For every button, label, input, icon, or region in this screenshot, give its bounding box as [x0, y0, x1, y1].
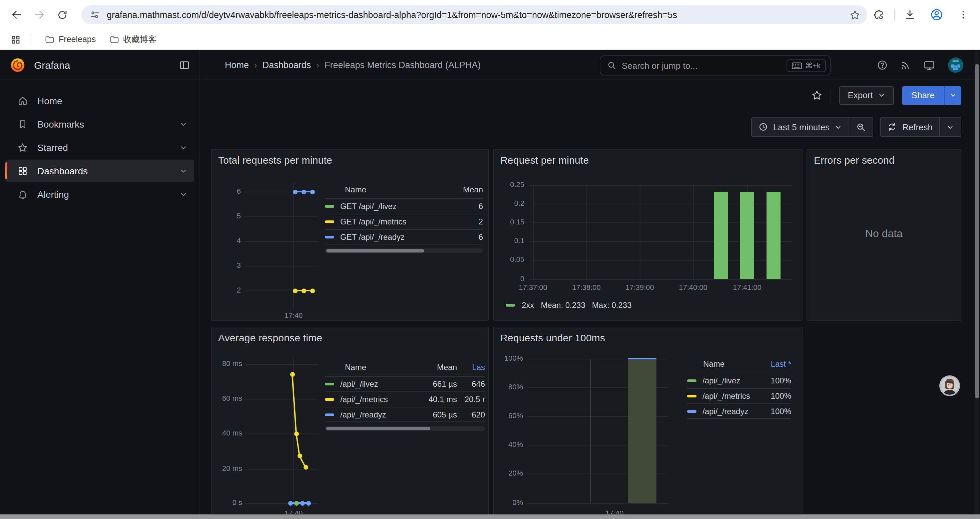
- y-axis-label: 60 ms: [215, 394, 242, 402]
- grafana-logo[interactable]: [10, 56, 26, 73]
- sidebar-item-dashboards[interactable]: Dashboards: [5, 160, 194, 182]
- y-axis-label: 0%: [498, 498, 523, 506]
- favorite-star-icon[interactable]: [811, 89, 822, 101]
- legend-row[interactable]: GET /api/_/livez 6: [325, 198, 483, 214]
- panel-requests-under-100ms[interactable]: Requests under 100ms 100%80%60%40%20%0%1…: [493, 327, 803, 519]
- gridline: [527, 503, 668, 504]
- legend-col-mean[interactable]: Mean: [418, 363, 457, 372]
- back-icon[interactable]: [5, 3, 28, 26]
- chevron-down-icon[interactable]: [180, 143, 188, 151]
- legend-inline[interactable]: 2xx Mean: 0.233 Max: 0.233: [506, 300, 632, 310]
- scrollbar-thumb[interactable]: [326, 249, 424, 252]
- user-avatar[interactable]: [947, 57, 964, 73]
- breadcrumb-dashboards[interactable]: Dashboards: [262, 60, 311, 70]
- search-placeholder: Search or jump to...: [622, 61, 786, 70]
- y-axis-label: 3: [217, 261, 241, 269]
- legend-row[interactable]: /api/_/readyz 605 µs 620: [325, 407, 485, 422]
- chevron-down-icon[interactable]: [180, 190, 188, 198]
- scrollbar-thumb[interactable]: [975, 64, 979, 398]
- page-scrollbar[interactable]: [975, 51, 979, 518]
- panel-avg-response-time[interactable]: Average response time 80 ms60 ms40 ms20 …: [211, 327, 489, 519]
- legend-header: Name Mean Las: [325, 361, 485, 376]
- y-axis-label: 4: [217, 236, 241, 244]
- panel-total-requests[interactable]: Total requests per minute 6543217:40 Nam…: [211, 149, 489, 321]
- search-input[interactable]: Search or jump to... ⌘+k: [600, 56, 830, 75]
- scrollbar-thumb[interactable]: [326, 427, 430, 430]
- legend-scrollbar[interactable]: [325, 426, 485, 431]
- series-swatch: [325, 383, 334, 385]
- legend-row[interactable]: /api/_/metrics 40.1 ms 20.5 r: [325, 391, 485, 407]
- sidebar-item-bookmarks[interactable]: Bookmarks: [5, 113, 194, 135]
- bar-chart: 0.250.20.150.10.05017:37:0017:38:0017:39…: [494, 150, 802, 320]
- series-swatch: [325, 413, 334, 416]
- legend-mean: Mean: 0.233: [541, 300, 585, 310]
- breadcrumb: Home › Dashboards › Freeleaps Metrics Da…: [225, 60, 480, 70]
- dock-menu-icon[interactable]: [179, 59, 190, 70]
- time-range-button[interactable]: Last 5 minutes: [752, 118, 849, 136]
- legend-row[interactable]: /api/_/readyz 100%: [687, 404, 791, 419]
- refresh-button[interactable]: Refresh: [881, 118, 939, 136]
- legend-row[interactable]: /api/_/livez 661 µs 646: [325, 376, 485, 391]
- legend-col-last[interactable]: Last *: [760, 359, 791, 369]
- legend-row[interactable]: /api/_/metrics 100%: [687, 388, 791, 404]
- download-icon[interactable]: [899, 3, 921, 26]
- assistant-avatar[interactable]: [939, 375, 960, 396]
- reload-icon[interactable]: [51, 3, 73, 26]
- grafana-header: Home › Dashboards › Freeleaps Metrics Da…: [201, 50, 980, 80]
- toolbar-right: [867, 0, 975, 29]
- url-bar[interactable]: grafana.mathmast.com/d/deytv4rwavabkb/fr…: [81, 5, 867, 24]
- news-rss-icon[interactable]: [900, 59, 911, 71]
- legend-row[interactable]: GET /api/_/metrics 2: [325, 214, 483, 229]
- extensions-icon[interactable]: [867, 3, 890, 26]
- series-swatch: [325, 235, 334, 238]
- legend-row[interactable]: GET /api/_/readyz 6: [325, 229, 483, 244]
- chevron-down-icon[interactable]: [180, 167, 188, 175]
- bookmark-folder-freeleaps[interactable]: Freeleaps: [39, 32, 101, 46]
- avatar-girl-illustration: [941, 377, 959, 395]
- panel-request-per-minute[interactable]: Request per minute 0.250.20.150.10.05017…: [493, 149, 803, 321]
- gridline: [533, 185, 534, 279]
- browser-menu-icon[interactable]: [952, 3, 975, 26]
- series-swatch: [325, 205, 334, 208]
- help-icon[interactable]: [877, 59, 888, 71]
- refresh-group: Refresh: [880, 117, 961, 137]
- tune-icon[interactable]: [89, 10, 100, 20]
- profile-icon[interactable]: [925, 3, 948, 26]
- sidebar-item-home[interactable]: Home: [5, 89, 194, 112]
- sidebar-item-starred[interactable]: Starred: [5, 136, 194, 158]
- legend-scrollbar[interactable]: [325, 249, 483, 253]
- legend-col-last[interactable]: Las: [457, 363, 485, 372]
- y-axis-label: 0.2: [498, 199, 524, 207]
- series-swatch: [687, 410, 697, 412]
- legend-row[interactable]: /api/_/livez 100%: [687, 373, 791, 388]
- breadcrumb-home[interactable]: Home: [225, 60, 249, 70]
- legend-col-name[interactable]: Name: [325, 185, 448, 194]
- toolbar-separator: [894, 9, 895, 21]
- sidebar-item-alerting[interactable]: Alerting: [5, 183, 194, 205]
- chevron-down-icon[interactable]: [180, 120, 188, 128]
- panel-errors-per-second[interactable]: Errors per second No data: [807, 149, 961, 321]
- export-button[interactable]: Export: [839, 86, 894, 105]
- legend-col-name[interactable]: Name: [687, 359, 760, 369]
- monitor-icon[interactable]: [923, 59, 935, 71]
- share-menu-button[interactable]: [944, 86, 961, 105]
- window-bottom-scrollbar[interactable]: [0, 514, 980, 519]
- gridline: [590, 359, 591, 503]
- refresh-interval-button[interactable]: [939, 118, 961, 136]
- series-swatch: [506, 304, 515, 307]
- forward-icon[interactable]: [28, 3, 51, 26]
- y-axis-label: 60%: [498, 412, 523, 420]
- zoom-out-button[interactable]: [849, 118, 873, 136]
- apps-grid-icon[interactable]: [7, 31, 24, 48]
- gridline: [245, 433, 318, 434]
- area-top-line: [628, 358, 657, 359]
- legend-col-mean[interactable]: Mean: [448, 185, 483, 194]
- bookmark-star-icon[interactable]: [849, 9, 861, 21]
- share-button[interactable]: Share: [902, 86, 944, 105]
- legend-col-name[interactable]: Name: [325, 363, 418, 372]
- y-axis-label: 0: [498, 275, 524, 283]
- browser-toolbar: grafana.mathmast.com/d/deytv4rwavabkb/fr…: [0, 0, 980, 29]
- url-text: grafana.mathmast.com/d/deytv4rwavabkb/fr…: [107, 10, 849, 20]
- keyboard-icon: [792, 62, 802, 69]
- bookmark-folder-blogs[interactable]: 收藏博客: [104, 32, 162, 47]
